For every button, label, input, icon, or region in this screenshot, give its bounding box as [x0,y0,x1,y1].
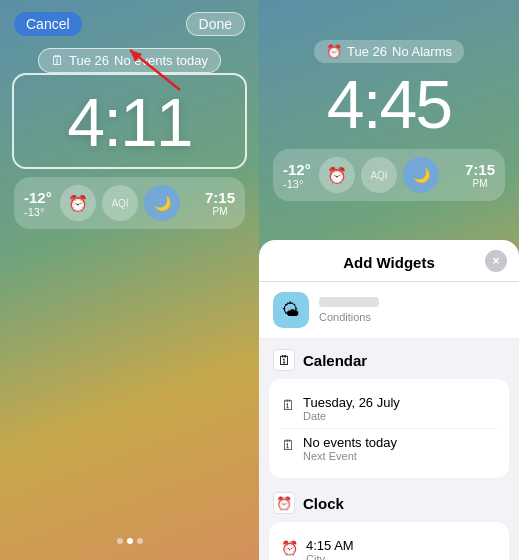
right-wtime: 7:15 [465,161,495,178]
calendar-section-name: Calendar [303,352,367,369]
left-date-text: Tue 26 [69,53,109,68]
right-date-pill: ⏰ Tue 26 No Alarms [314,40,464,63]
alarm-icon-right: ⏰ [327,166,347,185]
clock-row-0-label: 4:15 AM [306,538,497,553]
right-temp-main: -12° [283,161,313,178]
weather-bar-1 [319,297,379,307]
right-time-widget: 7:15 PM [465,161,495,189]
calendar-row-0[interactable]: 🗓 Tuesday, 26 July Date [281,389,497,428]
left-temp-main: -12° [24,189,54,206]
right-date-text: Tue 26 [347,44,387,59]
clock-icon-section: ⏰ [276,496,292,511]
clock-widget-card: ⏰ 4:15 AM City ⏰ No Alarms Next Alarm [269,522,509,560]
weather-icon: 🌤 [282,300,300,321]
clock-row-0-text: 4:15 AM City [306,538,497,560]
left-time-display: 4:11 [22,83,237,161]
dot-3 [137,538,143,544]
sheet-close-button[interactable]: × [485,250,507,272]
left-aqi-widget: AQI [102,185,138,221]
right-widgets-row: -12° -13° ⏰ AQI 🌙 7:15 PM [273,149,505,201]
left-moon-widget: 🌙 [144,185,180,221]
left-wampm: PM [212,206,227,217]
calendar-row-1-text: No events today Next Event [303,435,497,462]
calendar-icon-section: 🗓 [278,353,291,368]
done-button[interactable]: Done [186,12,245,36]
weather-row[interactable]: 🌤 Conditions [259,282,519,339]
clock-section-icon: ⏰ [273,492,295,514]
calendar-row-1-icon: 🗓 [281,437,295,453]
calendar-row-0-sublabel: Date [303,410,497,422]
clock-row-0[interactable]: ⏰ 4:15 AM City [281,532,497,560]
left-aqi-label: AQI [111,198,128,209]
calendar-row-0-label: Tuesday, 26 July [303,395,497,410]
cancel-button[interactable]: Cancel [14,12,82,36]
moon-icon-right: 🌙 [413,167,430,183]
dot-2 [127,538,133,544]
calendar-row-0-icon: 🗓 [281,397,295,413]
clock-section-name: Clock [303,495,344,512]
alarm-icon-right-pill: ⏰ [326,44,342,59]
clock-row-0-icon: ⏰ [281,540,298,556]
left-time-box: 4:11 [12,73,247,169]
left-panel: Cancel Done 🗓 Tue 26 No events today 4:1… [0,0,259,560]
right-lock-screen: ⏰ Tue 26 No Alarms 4:45 -12° -13° ⏰ AQI … [259,0,519,240]
right-wampm: PM [472,178,487,189]
left-widgets-row: -12° -13° ⏰ AQI 🌙 7:15 PM [14,177,245,229]
dot-1 [117,538,123,544]
right-temp-widget: -12° -13° [283,161,313,190]
sheet-header: Add Widgets × [259,240,519,282]
conditions-label: Conditions [319,311,379,323]
calendar-row-1-label: No events today [303,435,497,450]
clock-section-header: ⏰ Clock [259,482,519,518]
calendar-row-0-text: Tuesday, 26 July Date [303,395,497,422]
calendar-section-icon: 🗓 [273,349,295,371]
calendar-section-header: 🗓 Calendar [259,339,519,375]
calendar-widget-card: 🗓 Tuesday, 26 July Date 🗓 No events toda… [269,379,509,478]
right-alarm-widget: ⏰ [319,157,355,193]
left-alarm-widget: ⏰ [60,185,96,221]
left-temp-sub: -13° [24,206,54,218]
left-page-dots [117,538,143,544]
weather-icon-widget: 🌤 [273,292,309,328]
left-time-widget: 7:15 PM [205,189,235,217]
left-events-text: No events today [114,53,208,68]
weather-text-area: Conditions [319,297,379,323]
calendar-icon-left: 🗓 [51,53,64,68]
right-aqi-label: AQI [370,170,387,181]
calendar-row-1[interactable]: 🗓 No events today Next Event [281,428,497,468]
alarm-icon-left: ⏰ [68,194,88,213]
right-temp-sub: -13° [283,178,313,190]
right-no-alarms-text: No Alarms [392,44,452,59]
right-aqi-widget: AQI [361,157,397,193]
left-top-bar: Cancel Done [0,0,259,44]
left-date-pill: 🗓 Tue 26 No events today [38,48,221,73]
moon-icon-left: 🌙 [154,195,171,211]
left-wtime: 7:15 [205,189,235,206]
clock-row-0-sublabel: City [306,553,497,560]
add-widgets-sheet: Add Widgets × 🌤 Conditions 🗓 Calendar 🗓 [259,240,519,560]
right-moon-widget: 🌙 [403,157,439,193]
right-panel: ⏰ Tue 26 No Alarms 4:45 -12° -13° ⏰ AQI … [259,0,519,560]
left-temp-widget: -12° -13° [24,189,54,218]
right-time-display: 4:45 [259,65,519,143]
calendar-row-1-sublabel: Next Event [303,450,497,462]
sheet-title: Add Widgets [343,254,435,271]
